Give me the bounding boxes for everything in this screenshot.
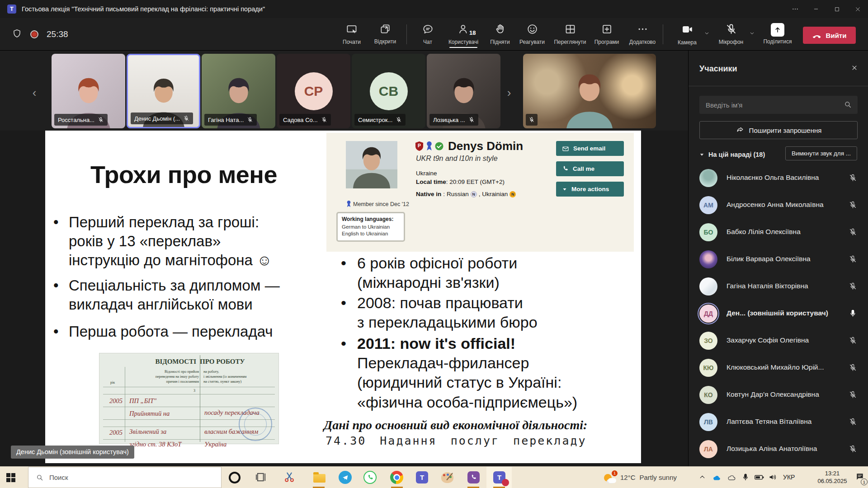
mic-muted-icon[interactable] xyxy=(849,445,857,455)
participant-row[interactable]: Білик Варвара Олексіївна xyxy=(689,246,868,273)
video-tile[interactable]: Лозицька ... xyxy=(427,54,500,128)
mic-button[interactable]: Мікрофон xyxy=(711,23,751,45)
participant-row[interactable]: ДД Ден... (зовнішній користувач) xyxy=(689,300,868,327)
maximize-button[interactable] xyxy=(826,0,847,18)
hangup-phone-icon xyxy=(812,31,822,40)
avatar-tile[interactable]: СР Садова Со... xyxy=(277,54,350,128)
ellipsis-icon xyxy=(637,23,649,36)
language-indicator[interactable]: УКР xyxy=(783,474,795,481)
scroll-left-icon[interactable]: ‹ xyxy=(29,86,40,100)
mic-muted-icon[interactable] xyxy=(849,201,857,211)
search-input[interactable] xyxy=(699,96,858,114)
working-languages-box: Working languages: German to UkrainianEn… xyxy=(336,212,405,242)
chat-button[interactable]: Чат xyxy=(407,23,448,45)
popout-button[interactable]: Відкрити xyxy=(365,23,406,45)
mic-muted-icon[interactable] xyxy=(849,418,857,428)
file-explorer-slot[interactable] xyxy=(306,467,331,488)
taskbar-search[interactable] xyxy=(28,467,222,488)
view-button[interactable]: Переглянути xyxy=(550,23,590,45)
window-more-icon[interactable] xyxy=(785,0,806,18)
participant-avatar: ЛВ xyxy=(699,413,717,431)
camera-options-chevron-icon[interactable] xyxy=(703,30,710,38)
call-me-button: Call me xyxy=(556,161,624,176)
envelope-icon xyxy=(562,145,569,152)
participant-row[interactable]: ЛВ Лаптєва Тетяна Віталіївна xyxy=(689,408,868,436)
participant-row[interactable]: Гагіна Наталія Вікторівна xyxy=(689,273,868,300)
leave-button[interactable]: Вийти xyxy=(803,27,856,44)
tray-mic-icon[interactable] xyxy=(741,473,750,483)
share-button[interactable]: Поділитися xyxy=(757,23,798,45)
taskbar-search-input[interactable] xyxy=(49,474,198,481)
cloud-icon[interactable] xyxy=(726,473,736,483)
apps-button[interactable]: Програми xyxy=(586,23,627,45)
initials-avatar: СР xyxy=(295,72,333,110)
mic-options-chevron-icon[interactable] xyxy=(749,30,755,38)
mute-all-button[interactable]: Вимкнути звук для ... xyxy=(785,146,857,160)
avatar-tile[interactable]: СВ Семистрок... xyxy=(352,54,425,128)
participant-row[interactable]: ЗО Захарчук Софія Олегівна xyxy=(689,327,868,354)
participant-row[interactable]: АМ Андросенко Анна Миколаївна xyxy=(689,192,868,219)
teams-meeting-slot[interactable] xyxy=(486,467,512,488)
mic-muted-icon xyxy=(247,117,253,123)
participant-row[interactable]: БО Бабко Лілія Олексіївна xyxy=(689,219,868,246)
participant-row[interactable]: ЛА Лозицька Аліна Анатоліївна xyxy=(689,436,868,463)
viber-slot[interactable] xyxy=(461,467,486,488)
mic-muted-icon[interactable] xyxy=(849,363,857,374)
battery-icon[interactable] xyxy=(754,473,765,483)
participant-row[interactable]: Ніколаєнко Ольга Василівна xyxy=(689,164,868,192)
send-email-button: Send email xyxy=(556,141,624,156)
slide-bullet: 6 років офісної роботи (міжнародні зв'яз… xyxy=(357,253,517,292)
mic-muted-icon[interactable] xyxy=(849,336,857,347)
close-panel-icon[interactable] xyxy=(851,64,858,73)
mic-muted-icon[interactable] xyxy=(849,174,857,184)
paint-icon[interactable] xyxy=(441,471,455,484)
phone-icon xyxy=(562,165,569,172)
whatsapp-icon[interactable] xyxy=(363,471,377,484)
collapse-triangle-icon xyxy=(699,152,704,157)
video-tile-active-speaker[interactable]: Денис Дьомін (... xyxy=(127,54,200,128)
chat-icon xyxy=(422,23,434,36)
windows-taskbar: 1 12°C Partly sunny УКР 13:21 06.05.2025… xyxy=(0,466,868,488)
browser-ring-icon[interactable] xyxy=(228,471,241,484)
telegram-icon[interactable] xyxy=(339,471,352,484)
notification-center-icon[interactable]: 1 xyxy=(855,472,864,483)
share-invite-button[interactable]: Поширити запрошення xyxy=(699,121,858,139)
clock[interactable]: 13:21 06.05.2025 xyxy=(813,470,852,485)
svg-text:P: P xyxy=(418,143,421,148)
scroll-right-icon[interactable]: › xyxy=(504,86,514,100)
date: 06.05.2025 xyxy=(813,478,852,485)
video-tile[interactable]: Росстальна... xyxy=(52,54,125,128)
more-actions-button[interactable]: Додатково xyxy=(622,23,663,45)
weather-widget[interactable]: 1 12°C Partly sunny xyxy=(604,467,677,488)
start-button[interactable] xyxy=(6,473,15,482)
security-shield-icon[interactable] xyxy=(12,28,22,41)
participants-count-badge: 18 xyxy=(469,29,476,36)
close-button[interactable] xyxy=(847,0,868,18)
video-tile[interactable]: Гагіна Ната... xyxy=(202,54,275,128)
mic-muted-icon[interactable] xyxy=(849,228,857,238)
video-tile-wide[interactable] xyxy=(523,54,656,128)
camera-button[interactable]: Камера xyxy=(667,23,708,46)
chrome-slot[interactable] xyxy=(384,467,410,488)
snipping-tool-icon[interactable] xyxy=(283,471,297,484)
mic-muted-icon[interactable] xyxy=(849,255,857,265)
teams-icon[interactable] xyxy=(415,471,429,484)
profile-photo xyxy=(346,141,397,188)
participant-search[interactable] xyxy=(699,96,858,114)
mic-muted-icon[interactable] xyxy=(849,282,857,292)
task-view-icon[interactable] xyxy=(255,471,269,484)
react-button[interactable]: Реагувати xyxy=(512,23,552,45)
mic-active-icon[interactable] xyxy=(849,309,857,319)
participant-row[interactable]: КО Ковтун Дар'я Олександрівна xyxy=(689,381,868,408)
onedrive-icon[interactable] xyxy=(712,473,722,483)
weather-badge: 1 xyxy=(612,470,618,476)
participant-row[interactable]: КЮ Клюковський Михайло Юрій... xyxy=(689,354,868,381)
participant-tooltip: Денис Дьомін (зовнішній користувач) xyxy=(11,446,134,459)
tray-expand-chevron-icon[interactable] xyxy=(698,473,706,483)
participant-name: Лаптєва Тетяна Віталіївна xyxy=(726,418,840,426)
minimize-button[interactable] xyxy=(806,0,826,18)
speaker-icon[interactable] xyxy=(769,473,778,483)
mic-muted-icon[interactable] xyxy=(849,390,857,401)
participants-button[interactable]: 18 Користувачі xyxy=(443,23,484,45)
in-meeting-section-header[interactable]: На цій нараді (18) xyxy=(699,151,765,158)
